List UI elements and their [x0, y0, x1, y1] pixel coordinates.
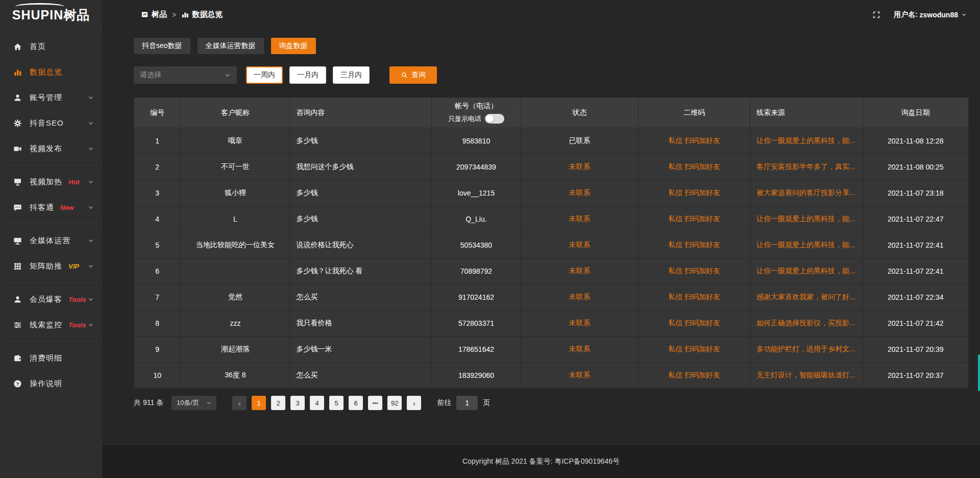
logo-arc-decoration [15, 3, 64, 10]
cell-source-link[interactable]: 让你一眼就爱上的黑科技，能... [750, 258, 863, 284]
sidebar-item-6[interactable]: 抖客通New [0, 195, 102, 220]
prev-page-button[interactable]: ‹ [232, 396, 247, 410]
chevron-down-icon [225, 72, 231, 78]
page-button-6[interactable]: 6 [349, 396, 363, 410]
cell-qrcode-link[interactable]: 私信 扫码加好友 [639, 363, 750, 389]
cell-source-link[interactable]: 多功能护栏灯，适用于乡村文... [750, 337, 863, 363]
sidebar-item-8[interactable]: 矩阵助推VIP [0, 253, 102, 279]
cell-nickname: 狐小狸 [181, 180, 290, 206]
account-select[interactable]: 请选择 [134, 66, 237, 84]
cell-qrcode-link[interactable]: 私信 扫码加好友 [639, 337, 750, 363]
sidebar-item-0[interactable]: 首页 [0, 34, 102, 59]
range-button-1[interactable]: 一月内 [289, 66, 326, 84]
cell-source-link[interactable]: 让你一眼就爱上的黑科技，能... [750, 128, 863, 154]
next-page-button[interactable]: › [407, 396, 421, 410]
cell-id: 9 [134, 337, 181, 363]
cell-content: 我想问这个多少钱 [290, 154, 432, 180]
cell-id: 7 [134, 284, 181, 310]
pager-ellipsis[interactable]: ••• [368, 396, 382, 410]
cell-date: 2021-11-08 00:25 [863, 154, 968, 180]
range-button-2[interactable]: 三月内 [333, 66, 370, 84]
table-row: 6多少钱？让我死心 看70898792未联系私信 扫码加好友让你一眼就爱上的黑科… [134, 258, 969, 284]
cell-qrcode-link[interactable]: 私信 扫码加好友 [639, 128, 750, 154]
query-button[interactable]: 查询 [389, 66, 437, 84]
cell-qrcode-link[interactable]: 私信 扫码加好友 [639, 258, 750, 284]
chevron-down-icon [88, 296, 94, 302]
footer: Copyright 树品 2021 备案号: 粤ICP备09019646号 [102, 444, 980, 478]
page-button-2[interactable]: 2 [271, 396, 285, 410]
sidebar-item-1[interactable]: 数据总览 [0, 59, 102, 85]
question-icon: ? [13, 379, 22, 388]
cell-qrcode-link[interactable]: 私信 扫码加好友 [639, 154, 750, 180]
gear-icon [13, 119, 22, 128]
cell-nickname: 觉然 [181, 284, 290, 310]
sidebar-menu: 首页数据总览账号管理抖音SEO视频发布视频加热Hot抖客通New全媒体运营矩阵助… [0, 30, 102, 396]
breadcrumb: 树品 > 数据总览 [141, 10, 223, 19]
user-menu[interactable]: 用户名: zswodun88 [894, 10, 967, 19]
badge: VIP [68, 262, 79, 270]
date-range-group: 一周内一月内三月内 [246, 66, 376, 84]
sidebar-item-11[interactable]: 消费明细 [0, 345, 102, 371]
cell-source-link[interactable]: 感谢大家喜欢我家，被问了好... [750, 284, 863, 310]
cell-source-link[interactable]: 无主灯设计，智能磁吸轨道灯... [750, 363, 863, 389]
divider [5, 341, 97, 342]
cell-content: 多少钱？让我死心 看 [290, 258, 432, 284]
user-icon [13, 295, 22, 304]
page-button-1[interactable]: 1 [252, 396, 266, 410]
monitor-icon [13, 236, 22, 245]
cell-nickname: L [181, 206, 290, 232]
cell-source-link[interactable]: 如何正确选择投影仪，买投影... [750, 310, 863, 337]
cell-nickname: 哦章 [181, 128, 290, 154]
sidebar-item-9[interactable]: 会员爆客Tools [0, 286, 102, 312]
scrollbar-thumb[interactable] [978, 354, 980, 391]
cell-source-link[interactable]: 客厅安装投影半年多了，真实... [750, 154, 863, 180]
range-button-0[interactable]: 一周内 [246, 66, 283, 84]
tab-0[interactable]: 抖音seo数据 [134, 38, 190, 54]
copyright-text: Copyright 树品 2021 备案号: 粤ICP备09019646号 [462, 457, 620, 466]
fullscreen-icon[interactable] [872, 11, 880, 19]
sidebar-item-label: 视频发布 [30, 144, 62, 154]
cell-nickname: 当地比较能吃的一位美女 [181, 232, 290, 258]
chevron-down-icon [88, 322, 94, 328]
cell-qrcode-link[interactable]: 私信 扫码加好友 [639, 284, 750, 310]
inquiry-table-wrap: 编号客户昵称咨询内容帐号（电话）只显示电话状态二维码线索来源询盘日期 1哦章多少… [134, 97, 969, 389]
page-size-value: 10条/页 [177, 398, 199, 408]
cell-source-link[interactable]: 让你一眼就爱上的黑科技，能... [750, 206, 863, 232]
cell-qrcode-link[interactable]: 私信 扫码加好友 [639, 232, 750, 258]
page-button-5[interactable]: 5 [329, 396, 344, 410]
column-header-id: 编号 [134, 98, 181, 128]
tab-2[interactable]: 询盘数据 [271, 38, 316, 54]
page-button-4[interactable]: 4 [310, 396, 324, 410]
goto-page-input[interactable] [456, 396, 478, 410]
sidebar-item-7[interactable]: 全媒体运营 [0, 228, 102, 253]
page-button-3[interactable]: 3 [290, 396, 305, 410]
sidebar-item-3[interactable]: 抖音SEO [0, 110, 102, 136]
app-logo[interactable]: SHUPIN树品 [0, 0, 102, 30]
page-size-select[interactable]: 10条/页 [172, 396, 216, 410]
sidebar-item-10[interactable]: 线索监控Tools [0, 312, 102, 338]
sidebar-item-2[interactable]: 账号管理 [0, 85, 102, 110]
phone-only-toggle[interactable] [485, 114, 504, 124]
cell-date: 2021-11-07 22:34 [863, 284, 968, 310]
cell-status: 未联系 [521, 310, 638, 337]
cell-phone: 572803371 [432, 310, 521, 337]
cell-source-link[interactable]: 被大家追着问的客厅投影分享... [750, 180, 863, 206]
breadcrumb-app[interactable]: 树品 [152, 10, 167, 19]
tab-1[interactable]: 全媒体运营数据 [198, 38, 264, 54]
column-header-nickname: 客户昵称 [181, 98, 290, 128]
cell-nickname: 36度 8 [181, 363, 290, 389]
column-header-date: 询盘日期 [863, 98, 968, 128]
chevron-down-icon [206, 400, 211, 405]
cell-qrcode-link[interactable]: 私信 扫码加好友 [639, 180, 750, 206]
cell-id: 5 [134, 232, 181, 258]
page-button-92[interactable]: 92 [387, 396, 402, 410]
chevron-down-icon [88, 146, 94, 152]
cell-qrcode-link[interactable]: 私信 扫码加好友 [639, 206, 750, 232]
breadcrumb-separator: > [172, 11, 176, 19]
sidebar-item-5[interactable]: 视频加热Hot [0, 169, 102, 195]
sidebar-item-12[interactable]: ?操作说明 [0, 371, 102, 396]
cell-phone: 917024162 [432, 284, 521, 310]
cell-source-link[interactable]: 让你一眼就爱上的黑科技，能... [750, 232, 863, 258]
sidebar-item-4[interactable]: 视频发布 [0, 136, 102, 161]
cell-qrcode-link[interactable]: 私信 扫码加好友 [639, 310, 750, 337]
